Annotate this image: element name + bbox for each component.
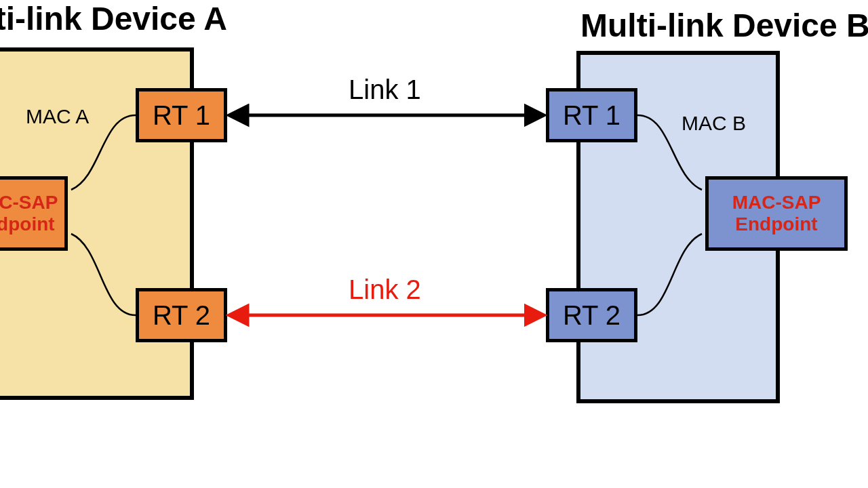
mac-b-label: MAC B: [682, 112, 746, 135]
diagram-stage: Multi-link Device A Multi-link Device B …: [0, 0, 868, 488]
device-b-rt1: RT 1: [546, 88, 637, 142]
sap-a-line1: MAC-SAP: [0, 192, 58, 214]
device-b-rt2: RT 2: [546, 288, 637, 342]
sap-a-line2: Endpoint: [0, 214, 55, 235]
device-a-mac-sap: MAC-SAP Endpoint: [0, 176, 68, 251]
device-b-mac-sap: MAC-SAP Endpoint: [705, 176, 848, 251]
link1-label: Link 1: [349, 75, 421, 105]
title-device-a: Multi-link Device A: [0, 0, 227, 37]
sap-b-line1: MAC-SAP: [732, 192, 821, 214]
link2-label: Link 2: [349, 274, 421, 305]
mac-a-label: MAC A: [26, 105, 89, 128]
device-a-rt1: RT 1: [136, 88, 227, 142]
sap-b-line2: Endpoint: [735, 214, 817, 235]
title-device-b: Multi-link Device B: [580, 7, 868, 44]
device-a-rt2: RT 2: [136, 288, 227, 342]
